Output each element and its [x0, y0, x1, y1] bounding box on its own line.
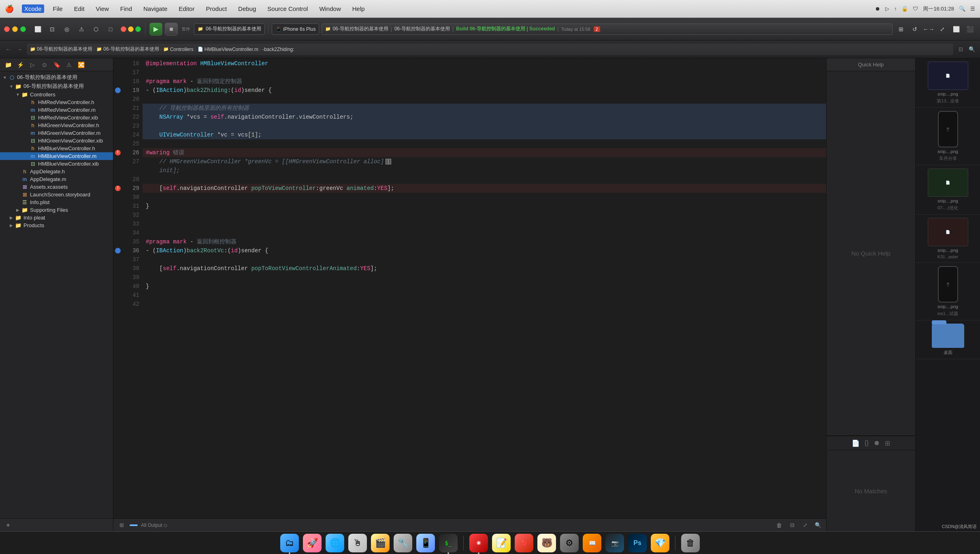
tree-hmred-m[interactable]: m HMRedViewController.m — [0, 106, 113, 114]
warning-button[interactable]: ⚠ — [75, 23, 87, 35]
search-icon[interactable]: 🔍 — [959, 6, 965, 12]
add-file-icon[interactable]: 📄 — [852, 439, 860, 447]
record-icon[interactable]: ⏺ — [873, 439, 880, 447]
menu-file[interactable]: File — [51, 4, 65, 13]
navigator-toggle[interactable]: ⬜ — [32, 23, 44, 35]
dock-trash[interactable]: 🗑 — [681, 534, 700, 552]
tree-infoplist[interactable]: ☰ Info.plist — [0, 198, 113, 206]
thumbnail-3[interactable]: 📄 snip....png 07-...(优化 — [916, 165, 980, 215]
dock-xmind[interactable]: ✳ — [469, 534, 488, 552]
code-editor[interactable]: ! ! — [113, 58, 826, 518]
expand-btn[interactable]: ⤢ — [800, 520, 810, 530]
dock-mouse[interactable]: 🖱 — [348, 534, 367, 552]
run-button[interactable]: ▶ — [149, 23, 162, 36]
back-fwd-btn[interactable]: ←→ — [922, 23, 935, 35]
panel-left-btn[interactable]: ⬜ — [950, 23, 962, 35]
tree-into-pleat[interactable]: ▶ 📁 Into pleat — [0, 214, 113, 222]
sidebar-icon2[interactable]: ⚡ — [15, 60, 25, 70]
sidebar-icon4[interactable]: ⊙ — [40, 60, 49, 70]
tree-hmblue-xib[interactable]: ⊟ HMBlueViewController.xib — [0, 160, 113, 168]
trash-console-btn[interactable]: 🗑 — [774, 520, 784, 530]
bc-seg3[interactable]: Controllers — [170, 47, 194, 52]
find-button[interactable]: □ — [104, 23, 117, 35]
breakpoint-button[interactable]: ⊡ — [46, 23, 58, 35]
menu-edit[interactable]: Edit — [72, 4, 87, 13]
sidebar-icon6[interactable]: ⚠ — [64, 60, 74, 70]
dock-reader[interactable]: 📖 — [583, 534, 601, 552]
dock-safari[interactable]: 🌐 — [326, 534, 344, 552]
menu-xcode[interactable]: Xcode — [22, 4, 44, 13]
refresh-btn[interactable]: ↺ — [909, 23, 921, 35]
menu-find[interactable]: Find — [118, 4, 134, 13]
minimize-button[interactable] — [12, 26, 18, 32]
menu-help[interactable]: Help — [350, 4, 367, 13]
dock-apps[interactable]: 📱 — [416, 534, 435, 552]
device-selector[interactable]: 📱 iPhone 6s Plus — [272, 23, 319, 35]
maximize-button[interactable] — [20, 26, 26, 32]
thumbnail-4[interactable]: 📄 snip....png KSI...aster — [916, 215, 980, 263]
sidebar-icon5[interactable]: 🔖 — [52, 60, 62, 70]
dock-launchpad[interactable]: 🚀 — [303, 534, 322, 552]
thumbnail-2[interactable]: 📱 snip....png 车丹分享 — [916, 108, 980, 165]
breakpoint-19[interactable] — [115, 87, 121, 93]
menu-navigate[interactable]: Navigate — [141, 4, 170, 13]
menu-window[interactable]: Window — [317, 4, 343, 13]
tree-controllers[interactable]: ▼ 📁 Controllers — [0, 91, 113, 98]
menu-icon[interactable]: ☰ — [970, 6, 975, 12]
path-fwd-btn[interactable]: → — [15, 45, 24, 54]
stop-button[interactable]: ■ — [165, 23, 178, 36]
dock-sketch[interactable]: 💎 — [651, 534, 669, 552]
console-toggle[interactable]: ⊞ — [117, 520, 126, 530]
menu-product[interactable]: Product — [203, 4, 229, 13]
grid-view-btn[interactable]: ⊞ — [895, 23, 907, 35]
tree-appdelegate-m[interactable]: m AppDelegate.m — [0, 175, 113, 183]
bc-seg2[interactable]: 06-导航控制器的基本使用 — [103, 46, 159, 53]
location-button[interactable]: ◎ — [61, 23, 73, 35]
thumbnail-1[interactable]: 📄 snip....png 第13...业准 — [916, 58, 980, 108]
dock-terminal[interactable]: $_ — [439, 534, 458, 552]
close-button[interactable] — [4, 26, 10, 32]
breakpoint-36[interactable] — [115, 248, 121, 254]
bookmark-button[interactable]: ⬡ — [90, 23, 102, 35]
filter-console-btn[interactable]: 🔍 — [813, 520, 823, 530]
dock-photo[interactable]: 📷 — [605, 534, 624, 552]
scheme-selector[interactable]: 📁 06-导航控制器的基本使用 — [194, 23, 265, 35]
tree-hmred-h[interactable]: h HMRedViewController.h — [0, 98, 113, 106]
dock-ps[interactable]: Ps — [628, 534, 647, 552]
path-icon1[interactable]: ⊡ — [956, 45, 965, 54]
braces-icon[interactable]: {} — [865, 439, 869, 447]
bc-seg1[interactable]: 06-导航控制器的基本使用 — [37, 46, 92, 53]
dock-bear[interactable]: 🐻 — [537, 534, 556, 552]
dock-finder[interactable]: 🗂 — [280, 534, 299, 552]
tree-project[interactable]: ▼ ⬡ 06-导航控制器的基本使用 — [0, 73, 113, 82]
tree-products[interactable]: ▶ 📁 Products — [0, 222, 113, 229]
menu-view[interactable]: View — [94, 4, 111, 13]
tree-hmgreen-m[interactable]: m HMGreenViewController.m — [0, 129, 113, 137]
split-view-btn[interactable]: ⊟ — [787, 520, 797, 530]
tree-launchscreen[interactable]: ⊠ LaunchScreen.storyboard — [0, 191, 113, 198]
tree-supporting[interactable]: ▶ 📁 Supporting Files — [0, 206, 113, 214]
sidebar-icon1[interactable]: 📁 — [3, 60, 13, 70]
tree-hmred-xib[interactable]: ⊟ HMRedViewController.xib — [0, 114, 113, 121]
dock-tools[interactable]: 🔧 — [394, 534, 412, 552]
folder-item-1[interactable]: 桌面 — [916, 320, 980, 359]
tree-hmgreen-xib[interactable]: ⊟ HMGreenViewController.xib — [0, 137, 113, 145]
path-back-btn[interactable]: ← — [3, 45, 13, 54]
tree-assets[interactable]: ⊠ Assets.xcassets — [0, 183, 113, 191]
tree-appdelegate-h[interactable]: h AppDelegate.h — [0, 168, 113, 175]
dock-mind2[interactable]: 🔴 — [515, 534, 533, 552]
panel-right-btn[interactable]: ⬛ — [964, 23, 976, 35]
dock-notes[interactable]: 📝 — [492, 534, 511, 552]
code-content[interactable]: @implementation HMBlueViewController #pr… — [143, 58, 826, 518]
grid-icon[interactable]: ⊞ — [885, 439, 890, 447]
dock-quicktime[interactable]: 🎬 — [371, 534, 390, 552]
menu-editor[interactable]: Editor — [176, 4, 197, 13]
thumbnail-5[interactable]: 📱 snip....png ios1...试题 — [916, 263, 980, 320]
tree-hmblue-m[interactable]: m HMBlueViewController.m — [0, 152, 113, 160]
tree-group[interactable]: ▼ 📁 06-导航控制器的基本使用 — [0, 82, 113, 91]
bc-seg4[interactable]: HMBlueViewController.m — [205, 47, 258, 52]
add-file-button[interactable]: + — [3, 520, 13, 530]
sidebar-icon3[interactable]: ▷ — [28, 60, 37, 70]
menu-source-control[interactable]: Source Control — [265, 4, 310, 13]
fullscreen-btn[interactable]: ⤢ — [936, 23, 948, 35]
